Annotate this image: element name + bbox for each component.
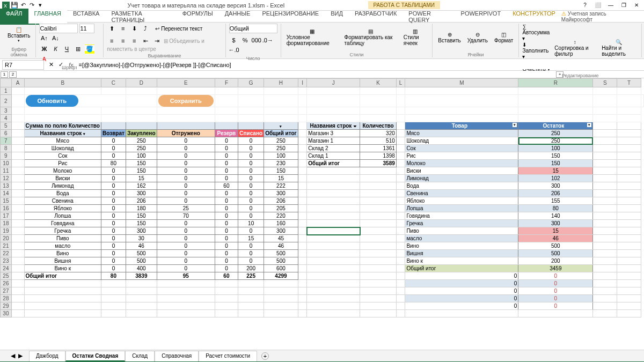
cell[interactable] [298, 272, 306, 280]
cell[interactable] [298, 295, 306, 302]
cell[interactable]: 0 [215, 212, 238, 220]
cell[interactable]: 200 [238, 265, 264, 272]
cell[interactable] [593, 235, 617, 242]
cell[interactable] [11, 287, 24, 295]
cell[interactable] [215, 295, 238, 302]
cell[interactable]: 0 [157, 152, 215, 160]
cell[interactable] [360, 182, 396, 190]
qa-more[interactable]: ▾ [36, 2, 44, 9]
fill-color-icon[interactable]: 🪣 [85, 45, 94, 54]
cell[interactable]: 45 [264, 235, 298, 242]
enter-formula-icon[interactable]: ✓ [56, 60, 65, 70]
cell[interactable] [101, 87, 126, 95]
cell[interactable] [396, 310, 405, 317]
cell[interactable] [360, 250, 396, 257]
cell[interactable] [360, 115, 396, 122]
cell[interactable] [617, 250, 641, 257]
cell[interactable]: 230 [264, 160, 298, 167]
row-header[interactable]: 5 [1, 122, 12, 130]
cell[interactable]: 300 [264, 190, 298, 197]
cell[interactable] [307, 220, 360, 227]
cell[interactable]: 200 [518, 257, 593, 265]
insert-cells-button[interactable]: ⊕Вставить [436, 31, 463, 45]
cell[interactable] [11, 167, 24, 175]
cell[interactable]: 0 [238, 190, 264, 197]
cell[interactable] [11, 107, 24, 115]
cell[interactable] [157, 115, 215, 122]
col-header[interactable]: B [24, 79, 101, 87]
cell[interactable]: 15 [518, 167, 593, 175]
cell[interactable] [396, 190, 405, 197]
row-header[interactable]: 1 [1, 87, 12, 95]
cell[interactable]: 0 [238, 152, 264, 160]
cell[interactable]: 30 [126, 235, 157, 242]
col-header[interactable]: S [593, 79, 617, 87]
cell[interactable]: ▾ [264, 122, 298, 130]
cell[interactable] [360, 227, 396, 235]
cell[interactable] [11, 310, 24, 317]
cell[interactable]: Вино к [405, 257, 518, 265]
cell[interactable]: 0 [157, 235, 215, 242]
cell[interactable] [360, 295, 396, 302]
refresh-button[interactable]: Обновить [26, 95, 78, 107]
cell[interactable] [360, 302, 396, 310]
cell[interactable] [396, 107, 405, 115]
sheet-nav-prev-icon[interactable]: ◀ [11, 352, 15, 359]
cell[interactable]: 0 [405, 272, 518, 280]
cell[interactable] [307, 87, 360, 95]
cell[interactable] [298, 95, 306, 107]
cell[interactable] [593, 167, 617, 175]
save-button[interactable]: Сохранить [158, 95, 214, 107]
cell[interactable] [360, 280, 396, 287]
cell[interactable] [360, 287, 396, 295]
cell[interactable] [101, 122, 126, 130]
cell[interactable] [593, 310, 617, 317]
cell[interactable] [264, 107, 298, 115]
cell[interactable] [396, 280, 405, 287]
account-warning[interactable]: Учетная запись Майкрософт [561, 11, 644, 23]
cell[interactable] [360, 272, 396, 280]
cell[interactable] [617, 287, 641, 295]
col-header[interactable] [1, 79, 12, 87]
ribbon-tab-файл[interactable]: ФАЙЛ [0, 9, 28, 25]
format-table-button[interactable]: ▤Форматировать как таблицу [342, 27, 399, 47]
cell[interactable] [307, 280, 360, 287]
cell[interactable] [307, 107, 360, 115]
cell[interactable]: 0 [238, 145, 264, 152]
dec-decimal-icon[interactable]: ←.0 [229, 45, 239, 55]
row-header[interactable]: 8 [1, 145, 12, 152]
cell[interactable] [298, 152, 306, 160]
cell[interactable]: 0 [238, 167, 264, 175]
cell[interactable] [11, 205, 24, 212]
cell[interactable]: Сохранить [157, 95, 215, 107]
orientation-icon[interactable]: ⤴ [141, 24, 150, 33]
cell[interactable]: Яблоко [24, 205, 101, 212]
cell[interactable] [593, 220, 617, 227]
indent-inc-icon[interactable]: ⇥ [152, 36, 162, 46]
cell[interactable]: Лопша [24, 212, 101, 220]
cell[interactable] [396, 302, 405, 310]
cell[interactable] [11, 242, 24, 250]
cell[interactable] [396, 295, 405, 302]
cell[interactable] [238, 87, 264, 95]
row-header[interactable]: 3 [1, 107, 12, 115]
cell[interactable] [396, 235, 405, 242]
sheet-tab[interactable]: Дажборд [29, 351, 65, 361]
cell[interactable] [593, 107, 617, 115]
col-header[interactable]: C [101, 79, 126, 87]
cell[interactable] [157, 122, 215, 130]
cell[interactable]: 0 [518, 302, 593, 310]
cell[interactable]: Вишня [405, 250, 518, 257]
cell[interactable] [593, 242, 617, 250]
cell[interactable] [396, 160, 405, 167]
cell[interactable]: 206 [518, 190, 593, 197]
cell[interactable] [307, 287, 360, 295]
cell[interactable] [360, 242, 396, 250]
cell[interactable]: Вишня [24, 257, 101, 265]
cell[interactable] [617, 242, 641, 250]
cell[interactable] [307, 115, 360, 122]
cell[interactable]: 0 [101, 190, 126, 197]
help-icon[interactable]: ? [580, 1, 590, 10]
cell[interactable]: 250 [264, 137, 298, 145]
cell[interactable]: 400 [126, 265, 157, 272]
